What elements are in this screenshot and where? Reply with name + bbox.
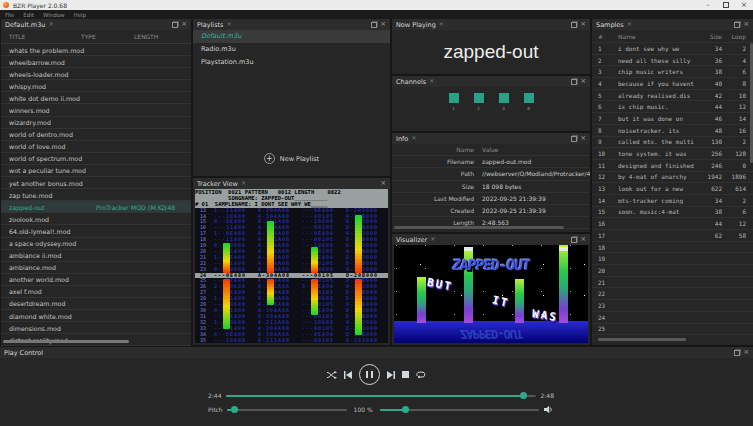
sample-row[interactable]: 11designed and finished2460 <box>592 160 753 172</box>
playlist-row[interactable]: ambiance ii.mod <box>1 250 191 262</box>
minimize-button[interactable]: – <box>699 0 717 10</box>
close-icon[interactable]: × <box>580 236 586 243</box>
sample-row[interactable]: 7but it was done on4614 <box>592 113 753 125</box>
float-icon[interactable] <box>371 22 377 28</box>
channel-indicator[interactable]: 4 <box>524 93 534 111</box>
float-icon[interactable] <box>734 350 740 356</box>
tracker-panel-header[interactable]: Tracker View × × <box>193 178 390 189</box>
float-icon[interactable] <box>571 237 577 243</box>
shuffle-button[interactable] <box>327 371 337 379</box>
playlist-row[interactable]: axel f.mod <box>1 286 191 298</box>
column-title[interactable]: TITLE <box>9 33 25 40</box>
sample-row[interactable]: 5already realised.dis4210 <box>592 90 753 102</box>
sample-row[interactable]: 176258 <box>592 230 753 242</box>
column-name[interactable]: Name <box>618 33 694 40</box>
playlist-row[interactable]: another world.mod <box>1 274 191 286</box>
playlist-row[interactable]: desertdream.mod <box>1 298 191 310</box>
volume-slider[interactable] <box>380 409 539 411</box>
menu-item-help[interactable]: Help <box>74 12 87 18</box>
visualizer-panel-header[interactable]: Visualizer × × <box>392 234 590 245</box>
close-icon[interactable]: × <box>580 135 586 142</box>
playlist-row[interactable]: dimensions.mod <box>1 322 191 334</box>
column-loop[interactable]: Loop <box>722 33 753 40</box>
info-row[interactable]: Created2022-09-25 21:39:39 <box>392 205 590 217</box>
playlist-row[interactable]: wheels-loader.mod <box>1 68 191 80</box>
sample-row[interactable]: 13look out for a new622614 <box>592 183 753 195</box>
channels-tab-close-icon[interactable]: × <box>429 78 434 85</box>
sample-row[interactable]: 23 <box>592 300 753 312</box>
info-horizontal-scrollbar[interactable] <box>394 226 564 229</box>
sample-row[interactable]: 164412 <box>592 218 753 230</box>
playlist-row[interactable]: whispy.mod <box>1 80 191 92</box>
tracker-tab-close-icon[interactable]: × <box>241 180 246 187</box>
playlist-row[interactable]: world of love.mod <box>1 141 191 153</box>
channels-panel-header[interactable]: Channels × × <box>392 76 590 87</box>
info-tab-close-icon[interactable]: × <box>411 135 416 142</box>
playlist-row[interactable]: white dot demo ii.mod <box>1 92 191 104</box>
new-playlist-button[interactable]: + New Playlist <box>193 153 390 164</box>
sample-row[interactable]: 2need all these silly364 <box>592 55 753 67</box>
float-icon[interactable] <box>172 22 178 28</box>
sample-row[interactable]: 21 <box>592 277 753 289</box>
sample-row[interactable]: 4because if you havent408 <box>592 78 753 90</box>
pitch-knob[interactable] <box>231 406 238 413</box>
column-number[interactable]: # <box>592 33 618 40</box>
seek-slider[interactable] <box>226 395 535 397</box>
info-row[interactable]: Last Modified2022-09-25 21:39:39 <box>392 193 590 205</box>
close-button[interactable]: × <box>735 0 753 10</box>
pause-button[interactable] <box>359 364 380 385</box>
info-row[interactable]: Size18 098 bytes <box>392 181 590 193</box>
volume-knob[interactable] <box>402 406 409 413</box>
close-icon[interactable]: × <box>743 21 749 28</box>
close-icon[interactable]: × <box>580 78 586 85</box>
playlists-item[interactable]: Playstation.m3u <box>193 56 390 69</box>
menu-item-edit[interactable]: Edit <box>23 12 34 18</box>
playlist-row[interactable]: zapped-outProTracker MOD (M.K.)2:48 <box>1 201 191 213</box>
playlist-row[interactable]: winners.mod <box>1 104 191 116</box>
sample-row[interactable]: 8noisetracker. its4816 <box>592 125 753 137</box>
now-playing-tab-close-icon[interactable]: × <box>439 21 444 28</box>
column-size[interactable]: Size <box>694 33 722 40</box>
now-playing-panel-header[interactable]: Now Playing × × <box>392 19 590 30</box>
pitch-slider[interactable] <box>227 409 347 411</box>
sample-row[interactable]: 6is chip music.4412 <box>592 101 753 113</box>
sample-row[interactable]: 19 <box>592 253 753 265</box>
sample-row[interactable]: 14mts-tracker coming342 <box>592 195 753 207</box>
sample-row[interactable]: 24 <box>592 312 753 324</box>
playlist-row[interactable]: yet another bonus.mod <box>1 177 191 189</box>
playlist-row[interactable]: world of dentro.mod <box>1 129 191 141</box>
playlist-row[interactable]: 64.old-lymeal!.mod <box>1 225 191 237</box>
samples-horizontal-scrollbar[interactable] <box>598 338 686 341</box>
samples-column-headers[interactable]: # Name Size Loop <box>592 30 753 43</box>
column-length[interactable]: LENGTH <box>134 33 158 40</box>
playlist-row[interactable]: wot a peculiar tune.mod <box>1 165 191 177</box>
playlist-panel-header[interactable]: Default.m3u × × <box>1 19 191 30</box>
sample-row[interactable]: 9called mts. the multi1302 <box>592 137 753 149</box>
sample-row[interactable]: 18 <box>592 242 753 254</box>
samples-panel-header[interactable]: Samples × × <box>592 19 753 30</box>
title-bar[interactable]: BZR Player 2.0.68 – × <box>0 0 753 10</box>
playlist-row[interactable]: wheelbarrow.mod <box>1 56 191 68</box>
info-row[interactable]: Filenamezapped-out.mod <box>392 156 590 168</box>
playlist-horizontal-scrollbar[interactable] <box>3 340 129 343</box>
menu-item-file[interactable]: File <box>5 12 14 18</box>
sample-row[interactable]: 25 <box>592 324 753 336</box>
close-icon[interactable]: × <box>580 21 586 28</box>
next-button[interactable] <box>387 371 395 379</box>
float-icon[interactable] <box>571 136 577 142</box>
float-icon[interactable] <box>734 22 740 28</box>
volume-button[interactable] <box>544 405 554 414</box>
playlist-row[interactable]: whats the problem.mod <box>1 44 191 56</box>
playlist-row[interactable]: wizardry.mod <box>1 117 191 129</box>
play-control-panel-header[interactable]: Play Control × <box>0 347 753 358</box>
playlist-row[interactable]: ambiance.mod <box>1 262 191 274</box>
sample-row[interactable]: 20 <box>592 265 753 277</box>
sample-row[interactable]: 22 <box>592 288 753 300</box>
menu-item-window[interactable]: Window <box>43 12 65 18</box>
playlists-panel-header[interactable]: Playlists × × <box>193 19 390 30</box>
playlists-item[interactable]: Default.m3u <box>193 30 390 43</box>
channel-indicator[interactable]: 1 <box>449 93 459 111</box>
playlist-row[interactable]: a space odyssey.mod <box>1 238 191 250</box>
info-panel-header[interactable]: Info × × <box>392 133 590 144</box>
previous-button[interactable] <box>344 371 352 379</box>
